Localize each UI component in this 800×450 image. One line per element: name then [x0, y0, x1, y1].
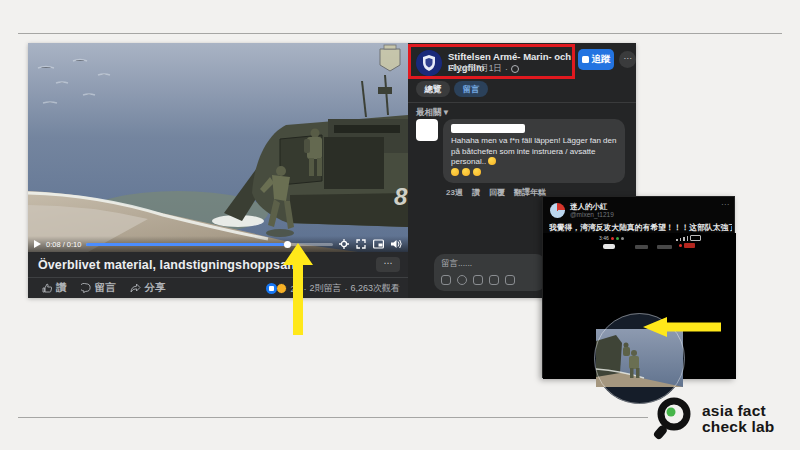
top-divider: [18, 33, 782, 34]
picture-in-picture-icon[interactable]: [373, 239, 384, 249]
sticker-icon[interactable]: [505, 275, 515, 285]
comment-text: Hahaha men va f*n fäll läppen! Lägger fa…: [451, 136, 617, 178]
live-label-blur: [684, 243, 695, 248]
like-label: 讚: [56, 281, 67, 295]
hull-number: 8: [394, 183, 408, 210]
counter-blur: [635, 245, 648, 249]
like-button[interactable]: 讚: [42, 281, 67, 295]
phone-status-bar: 3:46: [599, 235, 624, 241]
settings-gear-icon[interactable]: [339, 239, 349, 249]
comment-age: 23週: [446, 187, 463, 198]
comment-footer: 23週 讚 回覆 翻譯年糕: [446, 187, 546, 198]
comment-count[interactable]: 2則留言: [309, 282, 341, 295]
volume-icon[interactable]: [391, 239, 402, 249]
follow-label: 追蹤: [592, 53, 611, 66]
composer-placeholder: 留言......: [441, 258, 539, 270]
comment-reply-link[interactable]: 回覆: [489, 187, 505, 198]
toolbar-pill: [603, 244, 615, 249]
brand-wordmark: asia fact check lab: [702, 403, 774, 436]
post-action-bar: 讚 留言 分享 20 · 2則留言 · 6,263次觀看: [28, 277, 408, 298]
thumbs-up-icon: [42, 283, 52, 293]
comment-text-content: Hahaha men va f*n fäll läppen! Lägger fa…: [451, 136, 616, 166]
emoji-icon[interactable]: [457, 275, 467, 285]
video-controls[interactable]: 0:08 / 0:10: [28, 236, 408, 252]
post-date-text: 2024年7月1日: [448, 63, 502, 75]
x-post-text: 我覺得，湾湾反攻大陆真的有希望！！！这部队太強了！！！: [549, 222, 732, 233]
fact-check-graphic: 8: [0, 0, 800, 450]
play-icon[interactable]: [34, 240, 41, 248]
camera-icon[interactable]: [489, 275, 499, 285]
video-frame-landing-craft-scene: 8: [28, 43, 408, 252]
comment-label: 留言: [95, 281, 116, 295]
comment-button[interactable]: 留言: [81, 281, 116, 295]
x-user-avatar[interactable]: [550, 203, 565, 218]
x-post-screenshot: 迷人的小紅 @mixen_t1219 ⋯ 我覺得，湾湾反攻大陆真的有希望！！！这…: [542, 196, 735, 378]
battery-icon: [690, 235, 701, 241]
rofl-emoji-icon: [451, 168, 459, 176]
post-more-button[interactable]: ⋯: [619, 51, 636, 68]
annotation-arrow-left: [643, 317, 721, 337]
live-dot-icon: [679, 244, 682, 247]
sweat-smile-emoji-icon: [488, 157, 496, 165]
globe-privacy-icon: [511, 65, 519, 73]
status-dot-icon: [616, 237, 619, 240]
follow-button[interactable]: 追蹤: [578, 49, 614, 70]
post-date[interactable]: 2024年7月1日 ·: [448, 63, 519, 75]
tab-overview[interactable]: 總覽: [416, 81, 450, 97]
annotation-arrow-up: [282, 243, 314, 335]
share-label: 分享: [145, 281, 166, 295]
signal-battery-icons: [676, 235, 701, 241]
video-title: Överblivet material, landstigningshoppsa…: [28, 258, 295, 272]
follow-icon: [582, 56, 589, 63]
rofl-emoji-icon: [473, 168, 481, 176]
status-time: 3:46: [599, 235, 609, 241]
comment-bubble-icon: [81, 283, 91, 293]
x-embedded-video[interactable]: 3:46: [543, 233, 736, 379]
gif-icon[interactable]: [473, 275, 483, 285]
stats-separator: ·: [344, 284, 347, 294]
progress-fill: [86, 243, 283, 246]
magnifier-logo-icon: [648, 395, 694, 443]
brand-line-2: check lab: [702, 419, 774, 436]
recording-dot-icon: [611, 237, 614, 240]
video-more-button[interactable]: ⋯: [376, 257, 400, 272]
counter-blur: [657, 245, 672, 249]
view-count: 6,263次觀看: [350, 282, 400, 295]
comment-like-link[interactable]: 讚: [472, 187, 480, 198]
share-button[interactable]: 分享: [130, 281, 166, 295]
status-dot-icon: [621, 237, 624, 240]
page-avatar[interactable]: [416, 50, 442, 76]
fullscreen-icon[interactable]: [356, 239, 366, 249]
comment-bubble: Hahaha men va f*n fäll läppen! Lägger fa…: [443, 119, 625, 183]
bottom-divider: [18, 417, 648, 418]
like-reaction-icon: [266, 283, 277, 294]
x-user-handle: @mixen_t1219: [570, 211, 614, 218]
panel-divider: [408, 102, 636, 103]
sort-dropdown[interactable]: 最相關 ▾: [416, 107, 448, 119]
video-time: 0:08 / 0:10: [46, 240, 81, 249]
asia-fact-check-lab-logo: asia fact check lab: [648, 395, 774, 443]
sweat-smile-emoji-icon: [462, 168, 470, 176]
video-player[interactable]: 8: [28, 43, 408, 298]
armed-forces-watermark-icon: [380, 45, 400, 71]
brand-line-1: asia fact: [702, 403, 774, 420]
video-title-bar: Överblivet material, landstigningshoppsa…: [28, 252, 408, 277]
share-arrow-icon: [130, 283, 141, 293]
commenter-name-blurred: [451, 124, 525, 133]
commenter-avatar-blurred[interactable]: [416, 119, 438, 141]
comment-composer[interactable]: 留言......: [434, 254, 546, 291]
x-more-button[interactable]: ⋯: [721, 200, 729, 209]
tab-comments[interactable]: 留言: [454, 81, 488, 97]
live-badge: [679, 243, 695, 248]
photo-icon[interactable]: [441, 275, 451, 285]
